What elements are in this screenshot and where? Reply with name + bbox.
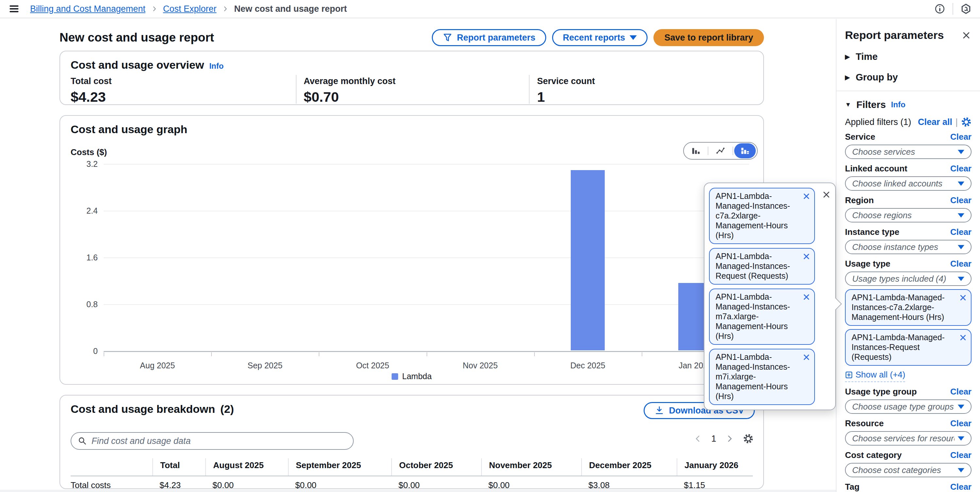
filter-clear-link[interactable]: Clear (950, 482, 972, 492)
y-axis-tick-label: 0.8 (76, 300, 98, 309)
filter-select[interactable]: Choose regions (845, 208, 972, 222)
next-page-icon[interactable] (725, 434, 734, 443)
filter-select[interactable]: Choose linked accounts (845, 176, 972, 191)
filter-select[interactable]: Choose services (845, 145, 972, 159)
breakdown-table: TotalAugust 2025September 2025October 20… (71, 458, 753, 492)
clear-all-link[interactable]: Clear all (918, 117, 952, 127)
usage-type-chip: APN1-Lambda-Managed-Instances-c7a.2xlarg… (709, 188, 815, 244)
remove-chip-icon[interactable] (802, 293, 810, 301)
metric-value: 1 (537, 89, 595, 105)
report-parameters-label: Report parameters (457, 33, 535, 43)
legend-label[interactable]: Lambda (402, 372, 431, 381)
filter-label: Resource (845, 419, 884, 428)
metric-label: Average monthly cost (304, 76, 396, 86)
filters-info-link[interactable]: Info (891, 100, 905, 109)
select-placeholder: Choose services for resources (852, 433, 955, 444)
filter-clear-link[interactable]: Clear (950, 259, 972, 269)
filter-clear-link[interactable]: Clear (950, 419, 972, 428)
gridline (103, 304, 749, 305)
filter-group: Resource Clear Choose services for resou… (845, 419, 972, 446)
filters-settings-gear-icon[interactable] (961, 117, 972, 127)
search-box (71, 432, 354, 450)
filters-section-expander[interactable]: ▼ Filters Info (845, 99, 972, 110)
time-section-expander[interactable]: ▶ Time (845, 51, 972, 62)
time-section-label: Time (856, 51, 878, 62)
remove-chip-icon[interactable] (802, 252, 810, 260)
show-all-link[interactable]: Show all (+4) (845, 370, 905, 382)
legend-swatch-lambda[interactable] (391, 373, 398, 380)
report-parameters-button[interactable]: Report parameters (432, 29, 546, 46)
line-chart-type-button[interactable] (708, 143, 732, 159)
page-title: New cost and usage report (59, 31, 214, 45)
remove-chip-icon[interactable] (802, 353, 810, 361)
filter-select[interactable]: Choose instance types (845, 240, 972, 254)
stacked-bar-chart-type-button[interactable] (733, 143, 757, 159)
breadcrumb-billing-link[interactable]: Billing and Cost Management (30, 4, 145, 14)
filter-label: Cost category (845, 450, 902, 460)
filter-select[interactable]: Usage types included (4) (845, 272, 972, 286)
amazon-q-icon[interactable] (960, 3, 972, 14)
caret-down-icon (958, 182, 964, 186)
bar-dec-2025[interactable] (571, 170, 605, 350)
triangle-down-icon: ▼ (845, 101, 851, 108)
filter-clear-link[interactable]: Clear (950, 132, 972, 142)
usage-type-chip: APN1-Lambda-Managed-Instances-c7a.2xlarg… (845, 289, 972, 326)
recent-reports-button[interactable]: Recent reports (552, 29, 648, 46)
filter-select[interactable]: Choose usage type groups (845, 399, 972, 414)
metric-divider (529, 75, 530, 104)
filter-select[interactable]: Choose services for resources (845, 431, 972, 446)
search-input[interactable] (92, 436, 347, 446)
breadcrumb: Billing and Cost Management Cost Explore… (30, 4, 347, 14)
group-by-section-expander[interactable]: ▶ Group by (845, 72, 972, 83)
caret-down-icon (958, 277, 964, 281)
overview-title: Cost and usage overview (71, 59, 204, 71)
previous-page-icon[interactable] (694, 434, 702, 443)
remove-chip-icon[interactable] (802, 192, 810, 200)
table-settings-gear-icon[interactable] (743, 433, 754, 444)
caret-down-icon (958, 150, 964, 154)
page-number[interactable]: 1 (711, 434, 716, 444)
breadcrumb-current: New cost and usage report (234, 4, 347, 14)
select-placeholder: Usage types included (4) (852, 274, 946, 284)
y-axis-tick-label: 2.4 (76, 206, 98, 216)
menu-icon[interactable] (8, 3, 20, 14)
applied-filters-label: Applied filters (1) (845, 117, 912, 127)
filter-clear-link[interactable]: Clear (950, 450, 972, 460)
average-monthly-cost-metric: Average monthly cost $0.70 (304, 76, 396, 105)
x-axis-label: Oct 2025 (337, 361, 409, 370)
chip-label: APN1-Lambda-Managed-Instances-m7i.xlarge… (716, 352, 799, 401)
breadcrumb-cost-explorer-link[interactable]: Cost Explorer (163, 4, 217, 14)
y-axis-tick-label: 3.2 (76, 159, 98, 169)
popup-close-icon[interactable] (821, 190, 831, 200)
bar-chart-type-button[interactable] (684, 143, 708, 159)
panel-close-icon[interactable] (961, 30, 972, 41)
x-axis-tick (534, 352, 535, 356)
usage-type-chips-popup: APN1-Lambda-Managed-Instances-c7a.2xlarg… (704, 182, 836, 410)
filter-extra: APN1-Lambda-Managed-Instances-c7a.2xlarg… (845, 289, 972, 382)
panel-divider (837, 91, 980, 91)
report-parameters-panel: Report parameters ▶ Time ▶ Group by ▼ Fi… (836, 19, 980, 492)
filter-clear-link[interactable]: Clear (950, 227, 972, 237)
filter-select[interactable]: Choose cost categories (845, 463, 972, 477)
metric-divider (296, 75, 296, 104)
gridline (103, 211, 749, 211)
info-icon[interactable] (934, 3, 945, 14)
save-to-report-library-button[interactable]: Save to report library (654, 29, 764, 46)
usage-type-chip: APN1-Lambda-Managed-Instances-Request (R… (709, 248, 815, 284)
overview-info-link[interactable]: Info (209, 62, 224, 71)
remove-chip-icon[interactable] (959, 294, 967, 302)
caret-down-icon (958, 436, 964, 441)
topbar-utilities (934, 3, 972, 15)
chip-label: APN1-Lambda-Managed-Instances-c7a.2xlarg… (851, 292, 956, 322)
filter-clear-link[interactable]: Clear (950, 387, 972, 397)
chart-legend: Lambda (60, 372, 763, 381)
column-header: October 2025 (391, 458, 481, 476)
filter-clear-link[interactable]: Clear (950, 164, 972, 174)
column-header (71, 463, 152, 471)
breakdown-title: Cost and usage breakdown (71, 403, 215, 415)
group-by-section-label: Group by (856, 72, 898, 83)
x-axis-tick (211, 352, 212, 356)
caret-down-icon (630, 35, 637, 40)
filter-clear-link[interactable]: Clear (950, 195, 972, 205)
remove-chip-icon[interactable] (959, 334, 967, 342)
